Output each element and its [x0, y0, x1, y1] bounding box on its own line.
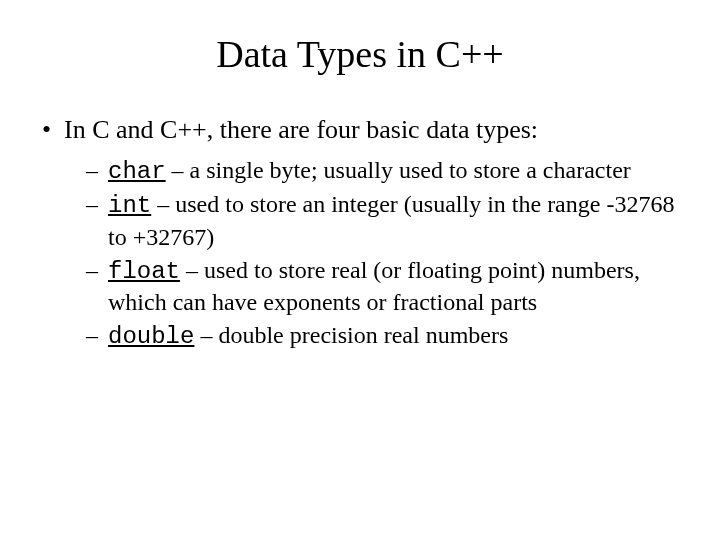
bullet-list-level1: In C and C++, there are four basic data … [36, 114, 684, 353]
list-item: float – used to store real (or floating … [86, 255, 684, 318]
keyword-double: double [108, 323, 194, 350]
desc-text: – used to store an integer (usually in t… [108, 191, 674, 250]
bullet-list-level2: char – a single byte; usually used to st… [86, 155, 684, 353]
keyword-int: int [108, 192, 151, 219]
list-item: int – used to store an integer (usually … [86, 189, 684, 252]
slide-title: Data Types in C++ [36, 32, 684, 76]
keyword-float: float [108, 258, 180, 285]
desc-text: – double precision real numbers [194, 322, 508, 348]
keyword-char: char [108, 158, 166, 185]
list-item: double – double precision real numbers [86, 320, 684, 353]
list-item: char – a single byte; usually used to st… [86, 155, 684, 188]
desc-text: – a single byte; usually used to store a… [166, 157, 631, 183]
slide: Data Types in C++ In C and C++, there ar… [0, 0, 720, 540]
main-bullet: In C and C++, there are four basic data … [36, 114, 684, 353]
main-bullet-text: In C and C++, there are four basic data … [64, 115, 538, 144]
desc-text: – used to store real (or floating point)… [108, 257, 640, 316]
